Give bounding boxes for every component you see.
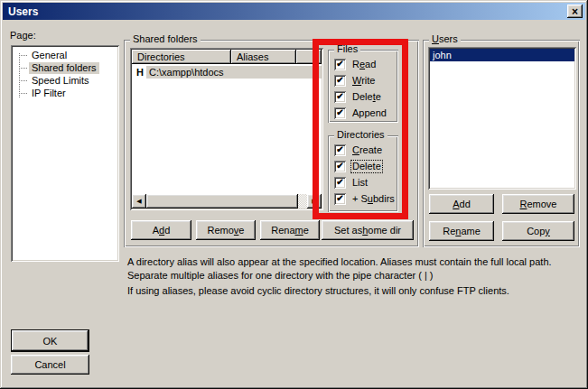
tree-stub-icon (19, 68, 27, 69)
directories-group-label: Directories (334, 129, 387, 141)
add-user-button[interactable]: Add (429, 194, 494, 214)
scroll-left-icon: ◀ (136, 198, 141, 205)
add-folder-button[interactable]: Add (131, 220, 191, 240)
ok-button[interactable]: OK (11, 329, 89, 352)
users-list: john (428, 47, 576, 190)
page-list: General Shared folders Speed Limits IP F… (11, 45, 119, 262)
directories-list: Directories Aliases H C:\xampp\htdocs ◀ … (130, 48, 323, 210)
checkbox-label: List (351, 177, 369, 189)
notes-paragraph-1: A directory alias will also appear at th… (127, 255, 588, 282)
checkbox-icon: ✔ (334, 161, 346, 172)
checkbox-icon: ✔ (334, 177, 346, 189)
users-group-label: Users (429, 33, 461, 45)
scroll-thumb[interactable] (146, 194, 298, 208)
files-group-label: Files (334, 43, 360, 55)
checkbox-icon: ✔ (334, 144, 346, 156)
list-body: H C:\xampp\htdocs (132, 64, 322, 194)
horizontal-scrollbar: ◀ ▶ (132, 194, 322, 208)
directory-path: C:\xampp\htdocs (146, 66, 322, 79)
checkbox-label: Create (351, 144, 383, 156)
tree-item-shared-folders[interactable]: Shared folders (14, 61, 117, 74)
checkbox-label: Read (351, 59, 377, 70)
tree-lines (19, 53, 20, 97)
tree-stub-icon (19, 80, 27, 81)
checkbox-label: Write (351, 75, 376, 87)
rename-folder-button[interactable]: Rename (260, 220, 320, 240)
checkbox-label: + Subdirs (351, 193, 396, 205)
scroll-right-icon: ▶ (312, 198, 316, 205)
column-header-directories[interactable]: Directories (132, 50, 231, 64)
notes-paragraph-2: If using aliases, please avoid cyclic di… (127, 284, 588, 298)
tree-item-general[interactable]: General (14, 49, 117, 61)
checkbox-label: Delete (351, 91, 382, 103)
shared-folders-group-label: Shared folders (130, 33, 201, 45)
checkbox-files-write[interactable]: ✔ Write (334, 75, 398, 87)
checkbox-dirs-delete[interactable]: ✔ Delete (334, 161, 398, 172)
column-header-aliases[interactable]: Aliases (231, 50, 296, 64)
files-group: Files ✔ Read ✔ Write ✔ Delete ✔ Append (328, 50, 398, 123)
checkbox-icon: ✔ (334, 75, 346, 87)
checkbox-files-read[interactable]: ✔ Read (334, 59, 398, 70)
checkbox-dirs-subdirs[interactable]: ✔ + Subdirs (334, 193, 398, 205)
window-title: Users (8, 5, 38, 18)
remove-user-button[interactable]: Remove (502, 194, 574, 214)
copy-user-button[interactable]: Copy (502, 221, 574, 241)
checkbox-icon: ✔ (334, 193, 346, 205)
list-header: Directories Aliases (132, 50, 322, 64)
home-marker: H (136, 67, 146, 78)
set-home-dir-button[interactable]: Set as home dir (322, 220, 414, 240)
scroll-track[interactable] (298, 194, 307, 208)
tree-item-ip-filter[interactable]: IP Filter (14, 87, 117, 99)
close-button[interactable]: × (567, 5, 583, 18)
page-label: Page: (10, 30, 36, 41)
tree-item-speed-limits[interactable]: Speed Limits (14, 74, 117, 87)
column-header-filler (296, 50, 322, 64)
user-row-john[interactable]: john (430, 49, 574, 61)
rename-user-button[interactable]: Rename (429, 221, 494, 241)
close-icon: × (572, 6, 578, 17)
cancel-button[interactable]: Cancel (11, 355, 89, 375)
checkbox-dirs-create[interactable]: ✔ Create (334, 144, 398, 156)
checkbox-icon: ✔ (334, 59, 346, 70)
checkbox-dirs-list[interactable]: ✔ List (334, 177, 398, 189)
titlebar[interactable]: Users × (3, 3, 585, 20)
checkbox-label: Append (351, 107, 387, 119)
users-dialog: Users × Page: General Shared folders Spe… (0, 0, 588, 389)
tree-stub-icon (19, 55, 27, 56)
remove-folder-button[interactable]: Remove (196, 220, 256, 240)
directories-permission-group: Directories ✔ Create ✔ Delete ✔ List ✔ +… (328, 135, 398, 212)
checkbox-icon: ✔ (334, 91, 346, 103)
directory-row[interactable]: H C:\xampp\htdocs (132, 66, 322, 79)
checkbox-files-delete[interactable]: ✔ Delete (334, 91, 398, 103)
checkbox-label: Delete (351, 161, 382, 172)
checkbox-files-append[interactable]: ✔ Append (334, 107, 398, 119)
checkbox-icon: ✔ (334, 107, 346, 119)
scroll-left-button[interactable]: ◀ (132, 194, 146, 208)
tree-stub-icon (19, 93, 27, 94)
scroll-right-button[interactable]: ▶ (307, 194, 322, 208)
